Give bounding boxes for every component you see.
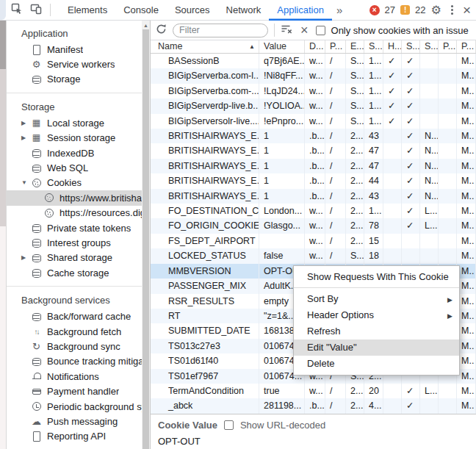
scrollbar-up-arrow-icon[interactable]: ▲ — [142, 21, 150, 29]
periodic-background-sync-icon — [31, 401, 42, 412]
column-header-partition[interactable]: P... — [439, 40, 457, 53]
devtools-tab[interactable]: Network — [218, 0, 270, 21]
sidebar-item[interactable]: ▶▦Session storage — [7, 131, 150, 146]
context-menu-item[interactable]: Delete — [294, 356, 459, 372]
cell-secure — [402, 234, 420, 248]
sidebar-item[interactable]: Notifications — [7, 369, 150, 384]
column-header-name[interactable]: Name ▲ — [151, 40, 259, 53]
disclosure-arrow-icon[interactable]: ▶ — [21, 254, 31, 261]
column-header-httponly[interactable]: H... — [383, 40, 402, 53]
clear-all-icon[interactable]: × — [299, 24, 310, 37]
sidebar-item[interactable]: Interest groups — [7, 235, 150, 250]
disclosure-arrow-icon[interactable]: ▶ — [21, 134, 31, 141]
settings-gear-icon[interactable]: ⚙ — [431, 4, 441, 16]
disclosure-arrow-icon[interactable]: ▶ — [21, 120, 31, 126]
sidebar-item[interactable]: Storage — [7, 72, 150, 87]
column-header-size[interactable]: S... — [364, 40, 383, 53]
sidebar-item[interactable]: Private state tokens — [7, 220, 150, 235]
cookie-table-row[interactable]: BRITISHAIRWAYS_E... 1 .b... / 2... 43 ✓ … — [151, 129, 476, 143]
cookie-table-row[interactable]: BIGipServerba.com-... !LqJD24... w... / … — [151, 84, 476, 98]
error-badge-icon[interactable]: × — [369, 5, 380, 15]
column-header-domain[interactable]: D... — [305, 40, 325, 53]
clear-filter-icon[interactable] — [281, 24, 293, 37]
sidebar-scrollbar-thumb[interactable] — [143, 29, 149, 449]
sidebar-item[interactable]: Back/forward cache — [7, 309, 150, 323]
warning-badge-icon[interactable]: ! — [400, 5, 410, 15]
cookie-table-row[interactable]: BRITISHAIRWAYS_E... 1 .b... / 2... 47 ✓ … — [151, 159, 476, 173]
preview-title: Cookie Value — [158, 420, 217, 431]
sidebar-item[interactable]: ☁Push messaging — [7, 414, 150, 428]
context-menu-item[interactable]: Sort By ▶ — [294, 291, 459, 307]
sidebar-item[interactable]: Cache storage — [7, 265, 150, 280]
cell-value: !YOLIOA... — [259, 98, 305, 113]
sidebar-item[interactable]: ▶Shared storage — [7, 251, 150, 265]
more-options-kebab-icon[interactable] — [451, 9, 453, 11]
shared-storage-icon — [31, 252, 42, 263]
cell-httponly — [383, 204, 402, 218]
cookie-table-row[interactable]: BRITISHAIRWAYS_E... 1 .b... / 2... 47 ✓ … — [151, 143, 476, 158]
show-url-decoded-checkbox[interactable] — [224, 420, 234, 430]
inspect-element-button[interactable] — [7, 1, 26, 20]
cookie-table-row[interactable]: BIGipServerba.com-l... !Ni8qFF... w... /… — [151, 68, 476, 83]
cookie-table-row[interactable]: BRITISHAIRWAYS_E... 1 .b... / 2... 43 ✓ … — [151, 189, 476, 204]
sidebar-item[interactable]: https://resources.digita — [7, 206, 150, 220]
sidebar-item[interactable]: ↻Background sync — [7, 339, 150, 353]
filter-input[interactable] — [173, 24, 268, 37]
sidebar-item[interactable]: Bounce tracking mitigations — [7, 354, 150, 369]
cookie-table-row[interactable]: LOCKED_STATUS false w... / S... 18 M.. — [151, 248, 476, 263]
sidebar-item[interactable]: ▼Cookies — [7, 176, 150, 190]
column-header-samesite[interactable]: S... — [420, 40, 439, 53]
cookie-table-row[interactable]: BIGipServerdp-live.b... !YOLIOA... w... … — [151, 98, 476, 113]
sidebar-item[interactable]: ↑↓Background fetch — [7, 324, 150, 339]
context-menu-item[interactable]: Refresh — [294, 323, 459, 340]
context-menu-item[interactable]: Edit "Value" — [294, 340, 459, 356]
cell-httponly — [383, 159, 402, 173]
sidebar-item[interactable]: Payment handler — [7, 384, 150, 398]
context-menu-item[interactable]: Show Requests With This Cookie — [294, 269, 459, 285]
sidebar-scrollbar[interactable]: ▲ — [142, 21, 150, 449]
sidebar-item[interactable]: ▶▦Local storage — [7, 115, 150, 130]
column-header-secure[interactable]: S... — [402, 40, 420, 53]
cookie-table-row[interactable]: FO_ORIGIN_COOKIE Glasgo... w... / 2... 7… — [151, 218, 476, 233]
column-header-value[interactable]: Value — [259, 40, 305, 53]
cookie-table-row[interactable]: FS_DEPT_AIRPORT w... / 2... 15 M.. — [151, 234, 476, 248]
cookie-table-row[interactable]: FO_DESTINATION_C... London... w... / 2..… — [151, 204, 476, 218]
column-header-path[interactable]: P... — [325, 40, 346, 53]
sidebar-item[interactable]: IndexedDB — [7, 146, 150, 160]
cell-domain: w... — [305, 218, 325, 233]
column-header-expires[interactable]: E... — [346, 40, 364, 53]
column-header-priority[interactable]: P... — [457, 40, 476, 53]
cell-name: _abck — [151, 398, 259, 413]
interest-groups-icon — [31, 237, 42, 248]
cell-priority: M.. — [457, 173, 476, 188]
cookie-table-row[interactable]: _abck 281198... .b... / 2... 4... ✓ M.. — [151, 398, 476, 413]
sidebar-item[interactable]: Manifest — [7, 42, 150, 57]
close-devtools-icon[interactable]: × — [463, 3, 471, 17]
sidebar-item[interactable]: https://www.britishairw — [7, 190, 150, 205]
cell-partition — [439, 398, 457, 413]
issue-filter-checkbox[interactable] — [316, 26, 325, 35]
more-tabs-button[interactable]: » — [332, 0, 347, 20]
devtools-tab[interactable]: Application — [269, 0, 332, 21]
page-scrollbar-thumb[interactable] — [0, 21, 6, 69]
sidebar-item[interactable]: Reporting API — [7, 429, 150, 444]
bounce-tracking-icon — [31, 356, 42, 367]
sidebar-application-items: Manifest ⚙Service workers Storage — [7, 42, 150, 87]
cookie-table-row[interactable]: TermAndCondition true w... / 2... 20 ✓ L… — [151, 384, 476, 398]
cell-path: / — [325, 114, 346, 129]
sidebar-item[interactable]: ⚙Service workers — [7, 57, 150, 71]
cell-path: / — [325, 68, 346, 83]
refresh-icon[interactable] — [156, 24, 167, 37]
sidebar-item[interactable]: Web SQL — [7, 160, 150, 175]
devtools-tab[interactable]: Console — [115, 0, 167, 21]
cookie-table-row[interactable]: BASessionB q7Bj6AE... w... / S... 1... ✓… — [151, 54, 476, 68]
toggle-device-toolbar-button[interactable] — [26, 1, 46, 20]
cell-name: LOCKED_STATUS — [151, 248, 259, 263]
devtools-tab[interactable]: Sources — [167, 0, 218, 21]
devtools-tab[interactable]: Elements — [60, 0, 115, 21]
sidebar-item[interactable]: Periodic background sync — [7, 399, 150, 414]
disclosure-arrow-icon[interactable]: ▼ — [21, 179, 31, 186]
cookie-table-row[interactable]: BRITISHAIRWAYS_E... 1 .b... / 2... 44 ✓ … — [151, 173, 476, 188]
context-menu-item[interactable]: Header Options ▶ — [294, 307, 459, 323]
cookie-table-row[interactable]: BIGipServersolr-live.... !ePnpro... w...… — [151, 114, 476, 129]
